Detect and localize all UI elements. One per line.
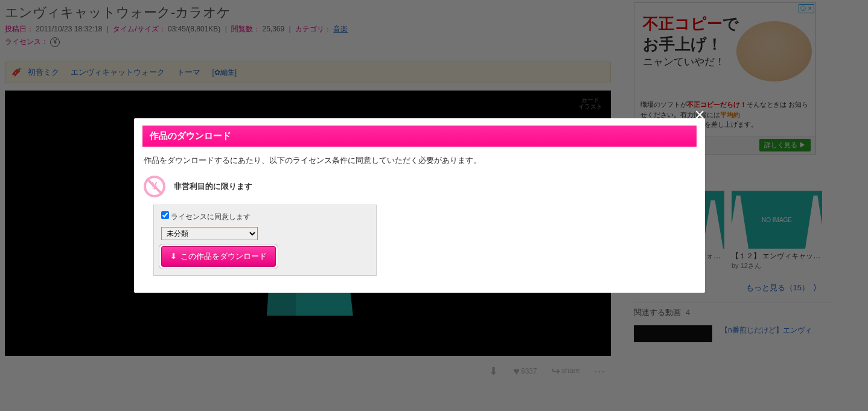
noncommercial-text: 非営利目的に限ります <box>174 181 252 192</box>
modal-description: 作品をダウンロードするにあたり、以下のライセンス条件に同意していただく必要があり… <box>142 155 697 174</box>
modal-header: 作品のダウンロード <box>142 126 697 147</box>
agreement-box: ライセンスに同意します 未分類 ⬇この作品をダウンロード <box>153 205 377 276</box>
agree-checkbox[interactable] <box>161 211 169 219</box>
download-icon: ⬇ <box>170 252 177 261</box>
download-modal: 作品のダウンロード 作品をダウンロードするにあたり、以下のライセンス条件に同意し… <box>134 118 705 293</box>
close-icon[interactable]: ✕ <box>694 107 705 123</box>
agree-checkbox-label[interactable]: ライセンスに同意します <box>161 212 251 221</box>
license-condition-row: ¥ 非営利目的に限ります <box>142 174 697 205</box>
download-button[interactable]: ⬇この作品をダウンロード <box>161 246 276 267</box>
category-select[interactable]: 未分類 <box>161 227 258 240</box>
noncommercial-icon: ¥ <box>144 176 165 197</box>
